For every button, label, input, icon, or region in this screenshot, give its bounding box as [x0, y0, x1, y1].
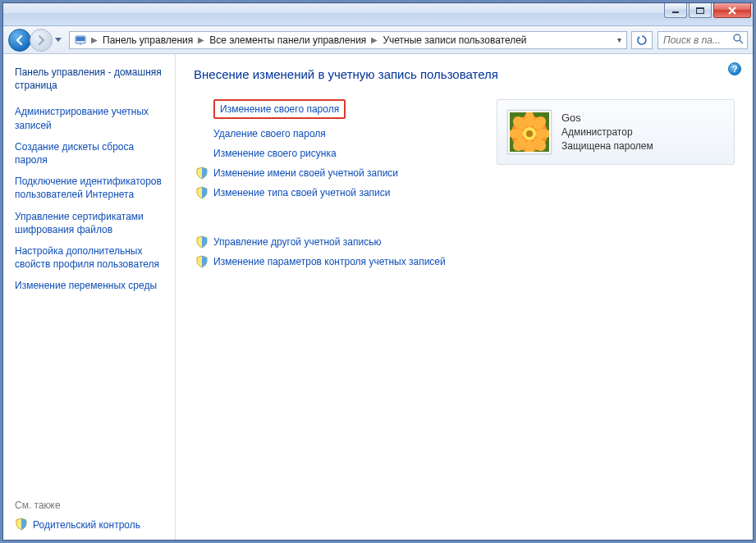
- svg-point-19: [526, 130, 533, 137]
- action-manage-other[interactable]: Управление другой учетной записью: [194, 232, 477, 252]
- shield-icon: [195, 255, 208, 268]
- svg-line-7: [740, 40, 743, 43]
- nav-buttons: [8, 29, 64, 52]
- action-remove-password[interactable]: Удаление своего пароля: [194, 124, 477, 144]
- sidebar-link-admin-accounts[interactable]: Администрирование учетных записей: [15, 105, 167, 131]
- sidebar: Панель управления - домашняя страница Ад…: [3, 54, 176, 540]
- maximize-button[interactable]: [689, 3, 712, 18]
- svg-rect-0: [672, 11, 679, 13]
- page-title: Внесение изменений в учетную запись поль…: [194, 67, 735, 81]
- svg-rect-2: [696, 7, 704, 9]
- nav-history-dropdown[interactable]: [53, 31, 64, 49]
- action-change-picture[interactable]: Изменение своего рисунка: [194, 144, 477, 163]
- content-area: Панель управления - домашняя страница Ад…: [3, 54, 753, 540]
- sidebar-link-parental-control[interactable]: Родительский контроль: [33, 518, 140, 532]
- search-box[interactable]: [657, 31, 748, 49]
- action-group-other: Управление другой учетной записью Измене…: [194, 232, 477, 272]
- search-input[interactable]: [662, 34, 727, 47]
- close-button[interactable]: [713, 3, 751, 18]
- sidebar-link-env-vars[interactable]: Изменение переменных среды: [15, 279, 167, 292]
- action-label: Удаление своего пароля: [213, 126, 326, 141]
- shield-icon: [195, 167, 208, 180]
- svg-point-6: [734, 34, 740, 41]
- sidebar-footer: См. также Родительский контроль: [15, 490, 167, 533]
- breadcrumb-control-panel[interactable]: Панель управления: [101, 34, 195, 46]
- svg-rect-4: [76, 37, 85, 41]
- chevron-right-icon: ▶: [368, 35, 381, 44]
- action-label: Управление другой учетной записью: [213, 235, 381, 249]
- flower-icon: [510, 112, 549, 152]
- address-bar[interactable]: ▶ Панель управления ▶ Все элементы панел…: [69, 31, 627, 49]
- breadcrumb-user-accounts[interactable]: Учетные записи пользователей: [381, 34, 528, 46]
- action-change-type[interactable]: Изменение типа своей учетной записи: [194, 183, 477, 203]
- user-role: Администратор: [561, 125, 653, 139]
- account-actions: Изменение своего пароля Удаление своего …: [194, 99, 477, 301]
- action-label: Изменение параметров контроля учетных за…: [213, 254, 446, 269]
- action-group-self: Изменение своего пароля Удаление своего …: [194, 99, 477, 203]
- user-name: Gos: [561, 111, 653, 125]
- chevron-right-icon: ▶: [195, 35, 208, 44]
- chevron-right-icon: ▶: [88, 35, 101, 44]
- action-change-name[interactable]: Изменение имени своей учетной записи: [194, 163, 477, 183]
- shield-icon: [195, 186, 208, 199]
- svg-point-5: [80, 43, 81, 45]
- action-uac-settings[interactable]: Изменение параметров контроля учетных за…: [194, 252, 477, 272]
- user-info: Gos Администратор Защищена паролем: [561, 111, 653, 153]
- action-label: Изменение своего рисунка: [213, 146, 337, 161]
- breadcrumb-all-items[interactable]: Все элементы панели управления: [208, 34, 368, 46]
- sidebar-task-list: Администрирование учетных записей Создан…: [15, 105, 167, 292]
- forward-button[interactable]: [30, 29, 53, 52]
- nav-bar: ▶ Панель управления ▶ Все элементы панел…: [3, 26, 753, 54]
- action-label: Изменение своего пароля: [220, 102, 339, 116]
- sidebar-link-profile-props[interactable]: Настройка дополнительных свойств профиля…: [15, 244, 167, 271]
- action-change-password[interactable]: Изменение своего пароля: [213, 99, 346, 119]
- control-panel-icon: [73, 34, 88, 47]
- search-icon[interactable]: [732, 33, 744, 47]
- refresh-button[interactable]: [631, 31, 653, 49]
- action-label: Изменение имени своей учетной записи: [213, 166, 398, 180]
- user-card: Gos Администратор Защищена паролем: [497, 99, 735, 165]
- help-icon[interactable]: ?: [728, 62, 741, 75]
- title-bar: [3, 3, 753, 26]
- shield-icon: [195, 235, 208, 249]
- see-also-label: См. также: [15, 500, 167, 511]
- action-label: Изменение типа своей учетной записи: [213, 185, 390, 200]
- window-frame: ▶ Панель управления ▶ Все элементы панел…: [2, 2, 754, 541]
- address-dropdown-icon[interactable]: ▾: [614, 35, 625, 44]
- minimize-button[interactable]: [664, 3, 687, 18]
- sidebar-link-online-ids[interactable]: Подключение идентификаторов пользователе…: [15, 175, 167, 201]
- user-picture[interactable]: [507, 110, 552, 154]
- shield-icon: [15, 518, 28, 533]
- sidebar-home-link[interactable]: Панель управления - домашняя страница: [15, 66, 167, 92]
- main-pane: ? Внесение изменений в учетную запись по…: [176, 54, 753, 540]
- back-button[interactable]: [8, 29, 31, 52]
- user-password-status: Защищена паролем: [561, 139, 653, 153]
- sidebar-link-certificates[interactable]: Управление сертификатами шифрования файл…: [15, 210, 167, 236]
- sidebar-link-reset-disk[interactable]: Создание дискеты сброса пароля: [15, 140, 167, 167]
